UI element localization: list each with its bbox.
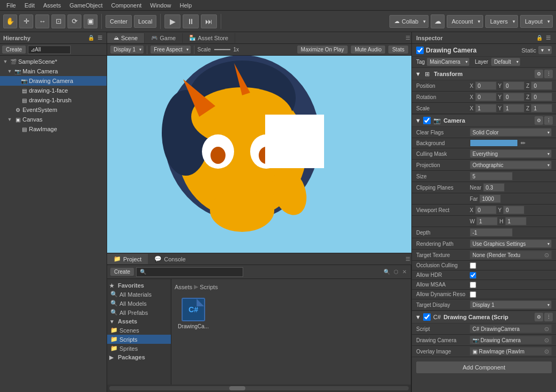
local-button[interactable]: Local — [134, 15, 156, 28]
scale-slider[interactable]: ━━━━━ — [214, 47, 230, 52]
tree-item-drawing1brush[interactable]: ▤ drawing-1-brush — [0, 95, 107, 105]
scale-x[interactable] — [475, 104, 497, 112]
tab-game[interactable]: 🎮 Game — [145, 33, 183, 43]
account-dropdown[interactable]: Account — [447, 15, 483, 28]
tab-scene[interactable]: ⛰ Scene — [107, 33, 145, 43]
transform-settings-icon[interactable]: ⚙ — [535, 70, 543, 78]
menu-assets[interactable]: Assets — [39, 1, 65, 10]
project-sprites[interactable]: 📁 Sprites — [107, 344, 171, 353]
collab-dropdown[interactable]: ☁ Collab — [389, 15, 429, 28]
clipping-near-input[interactable] — [483, 183, 505, 192]
bottom-menu-icon[interactable]: ☰ — [404, 255, 411, 262]
size-input[interactable] — [470, 172, 513, 180]
hierarchy-lock-icon[interactable]: 🔒 — [87, 34, 95, 41]
search-icon[interactable]: 🔍 — [382, 268, 391, 275]
project-all-models[interactable]: 🔍 All Models — [107, 299, 171, 308]
transform-header[interactable]: ▼ ⊞ Transform ⚙ ⋮ — [412, 67, 556, 80]
menu-edit[interactable]: Edit — [20, 1, 39, 10]
rendering-path-dropdown[interactable]: Use Graphics Settings — [470, 239, 552, 248]
position-x[interactable] — [475, 81, 497, 90]
tag-dropdown[interactable]: MainCamera — [427, 58, 469, 66]
target-texture-select-icon[interactable]: ⊙ — [544, 252, 549, 259]
tree-item-canvas[interactable]: ▼ ▣ Canvas — [0, 115, 107, 124]
allow-hdr-checkbox[interactable] — [470, 272, 476, 278]
project-scripts[interactable]: 📁 Scripts — [107, 335, 171, 344]
tool-rect[interactable]: ⟳ — [67, 14, 81, 28]
overlay-image-select-icon[interactable]: ⊙ — [544, 348, 549, 355]
tab-assetstore[interactable]: 🏪 Asset Store — [183, 33, 235, 43]
layer-dropdown[interactable]: Default — [491, 58, 520, 66]
mute-btn[interactable]: Mute Audio — [351, 46, 385, 54]
play-button[interactable]: ▶ — [164, 14, 181, 28]
script-enabled-checkbox[interactable] — [423, 313, 431, 321]
aspect-dropdown[interactable]: Free Aspect — [151, 46, 190, 54]
tree-item-eventsystem[interactable]: ⚙ EventSystem — [0, 105, 107, 115]
scale-z[interactable] — [531, 104, 552, 112]
display-dropdown[interactable]: Display 1 — [110, 46, 144, 54]
menu-component[interactable]: Component — [107, 1, 146, 10]
drawing-camera-select-icon[interactable]: ⊙ — [544, 337, 549, 344]
background-color-swatch[interactable] — [470, 139, 518, 147]
project-create-btn[interactable]: Create — [110, 268, 134, 276]
breadcrumb-scripts[interactable]: Scripts — [200, 284, 218, 290]
tree-item-samplescene[interactable]: ▼ 🎬 SampleScene* — [0, 57, 107, 66]
scene-menu-icon[interactable]: ☰ — [404, 34, 411, 41]
assets-header[interactable]: ▼ Assets — [107, 317, 171, 326]
project-search-input[interactable] — [136, 267, 243, 277]
position-y[interactable] — [503, 81, 524, 90]
packages-header[interactable]: ▶ Packages — [107, 353, 171, 361]
depth-input[interactable] — [470, 228, 513, 237]
script-select-icon[interactable]: ⊙ — [544, 326, 549, 333]
object-active-checkbox[interactable] — [416, 47, 424, 54]
layout-dropdown[interactable]: Layout — [520, 15, 553, 28]
script-more-icon[interactable]: ⋮ — [544, 313, 553, 321]
breadcrumb-assets[interactable]: Assets — [175, 284, 192, 290]
tree-item-maincamera[interactable]: ▼ 📷 Main Camera — [0, 66, 107, 76]
stats-btn[interactable]: Stats — [388, 46, 408, 54]
hierarchy-search-input[interactable] — [28, 46, 71, 54]
tab-project[interactable]: 📁 Project — [107, 254, 148, 264]
static-dropdown[interactable]: ▾ — [538, 46, 552, 54]
rotation-x[interactable] — [475, 93, 497, 101]
inspector-lock-icon[interactable]: 🔒 — [535, 34, 544, 41]
transform-more-icon[interactable]: ⋮ — [544, 70, 553, 78]
step-button[interactable]: ⏭ — [201, 14, 217, 28]
project-scenes[interactable]: 📁 Scenes — [107, 326, 171, 335]
viewport-w[interactable] — [476, 217, 498, 225]
file-item-drawingca[interactable]: C# DrawingCa... — [175, 295, 212, 331]
script-settings-icon[interactable]: ⚙ — [535, 313, 543, 321]
camera-more-icon[interactable]: ⋮ — [544, 116, 553, 125]
project-all-prefabs[interactable]: 🔍 All Prefabs — [107, 308, 171, 317]
viewport-x[interactable] — [475, 206, 497, 214]
viewport-h[interactable] — [505, 217, 527, 225]
menu-gameobject[interactable]: GameObject — [65, 1, 107, 10]
hierarchy-menu-icon[interactable]: ☰ — [96, 34, 103, 41]
camera-settings-icon[interactable]: ⚙ — [535, 116, 543, 125]
color-edit-icon[interactable]: ✏ — [521, 140, 525, 147]
scrollbar-thumb[interactable] — [229, 386, 245, 390]
projection-dropdown[interactable]: Orthographic — [470, 161, 552, 169]
inspector-menu-icon[interactable]: ☰ — [545, 34, 552, 41]
tree-item-drawing1face[interactable]: ▤ drawing-1-face — [0, 86, 107, 95]
add-component-button[interactable]: Add Component — [416, 361, 552, 373]
cloud-button[interactable]: ☁ — [431, 14, 445, 28]
viewport-y[interactable] — [503, 206, 524, 214]
maximize-btn[interactable]: Maximize On Play — [297, 46, 348, 54]
favorites-header[interactable]: ★ Favorites — [107, 281, 171, 290]
menu-file[interactable]: File — [2, 1, 20, 10]
pause-button[interactable]: ⏸ — [183, 14, 199, 28]
tool-hand[interactable]: ✋ — [3, 14, 17, 28]
culling-mask-dropdown[interactable]: Everything — [470, 149, 552, 158]
center-button[interactable]: Center — [106, 15, 132, 28]
filter-icon[interactable]: ⬡ — [393, 268, 400, 275]
tool-move[interactable]: ✛ — [19, 14, 33, 28]
camera-enabled-checkbox[interactable] — [423, 117, 431, 124]
clipping-far-input[interactable] — [479, 194, 501, 203]
scene-viewport[interactable] — [107, 56, 411, 253]
drawing-camera-script-header[interactable]: ▼ C# Drawing Camera (Scrip ⚙ ⋮ — [412, 311, 556, 323]
rotation-z[interactable] — [531, 93, 552, 101]
tree-item-rawimage[interactable]: ▤ RawImage — [0, 124, 107, 134]
rotation-y[interactable] — [503, 93, 524, 101]
tool-scale[interactable]: ⊡ — [51, 14, 65, 28]
layers-dropdown[interactable]: Layers — [485, 15, 518, 28]
